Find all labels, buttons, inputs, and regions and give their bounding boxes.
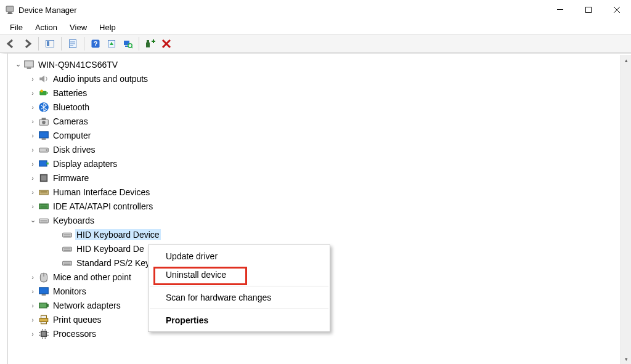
menu-file[interactable]: File (4, 22, 29, 33)
tree-item-label: Audio inputs and outputs (52, 73, 149, 84)
tree-item-label: Human Interface Devices (52, 187, 151, 198)
toolbar-update-driver-button[interactable] (104, 36, 119, 51)
tree-item-disk[interactable]: › Disk drives (11, 142, 631, 156)
tree-item-label: Monitors (52, 286, 88, 297)
keyboard-icon (62, 257, 73, 269)
tree-item-batteries[interactable]: › Batteries (11, 86, 631, 100)
toolbar-separator (38, 37, 39, 51)
tree-item-label: IDE ATA/ATAPI controllers (52, 201, 154, 212)
bluetooth-icon (38, 102, 49, 113)
close-button[interactable] (603, 0, 631, 20)
tree-item-ide[interactable]: › IDE ATA/ATAPI controllers (11, 199, 631, 213)
menubar: File Action View Help (0, 20, 631, 34)
maximize-button[interactable] (574, 0, 603, 20)
svg-rect-1 (8, 12, 12, 14)
titlebar: Device Manager (0, 0, 631, 20)
chevron-right-icon[interactable]: › (28, 315, 37, 324)
svg-rect-17 (27, 67, 31, 68)
tree-item-computer[interactable]: › Computer (11, 128, 631, 142)
tree-item-keyboards[interactable]: ⌄ Keyboards (11, 213, 631, 227)
ctx-properties[interactable]: Properties (149, 311, 330, 330)
menu-help[interactable]: Help (93, 22, 122, 33)
chevron-right-icon[interactable]: › (28, 89, 37, 97)
tree-item-label: HID Keyboard De (75, 243, 145, 254)
chevron-right-icon[interactable]: › (28, 103, 37, 111)
svg-rect-42 (47, 304, 49, 307)
chevron-right-icon[interactable]: › (28, 273, 37, 281)
menu-view[interactable]: View (63, 22, 93, 33)
toolbar-tree-toggle-button[interactable] (43, 36, 57, 51)
tree-item-firmware[interactable]: › Firmware (11, 171, 631, 185)
monitor-icon (38, 130, 49, 141)
toolbar: ? (0, 34, 631, 53)
toolbar-add-legacy-button[interactable] (143, 36, 158, 51)
keyboard-icon (38, 215, 49, 226)
tree-item-label: Firmware (52, 172, 90, 184)
tree-item-display[interactable]: › Display adapters (11, 156, 631, 171)
chevron-down-icon[interactable]: ⌄ (14, 60, 22, 69)
tree-item-label: HID Keyboard Device (75, 229, 161, 240)
svg-rect-45 (41, 322, 47, 323)
camera-icon (38, 116, 49, 127)
toolbar-forward-button[interactable] (20, 36, 35, 51)
svg-point-20 (40, 89, 43, 92)
svg-rect-47 (42, 331, 46, 336)
chevron-right-icon[interactable]: › (28, 75, 37, 83)
tree-item-label: Print queues (52, 314, 103, 325)
tree-item-label: Computer (52, 130, 92, 141)
ctx-update-driver[interactable]: Update driver (149, 247, 330, 265)
toolbar-scan-button[interactable] (120, 36, 135, 51)
svg-rect-41 (39, 303, 47, 308)
printer-icon (38, 314, 49, 325)
chevron-right-icon[interactable]: › (28, 131, 37, 140)
ctx-scan-hardware[interactable]: Scan for hardware changes (149, 288, 330, 307)
svg-rect-19 (47, 92, 48, 93)
battery-icon (38, 87, 49, 99)
tree-item-hid[interactable]: › Human Interface Devices (11, 185, 631, 199)
monitor-icon (38, 286, 49, 297)
chevron-down-icon[interactable]: ⌄ (28, 216, 37, 225)
chevron-right-icon[interactable]: › (28, 202, 37, 211)
toolbar-uninstall-button[interactable] (159, 36, 174, 51)
toolbar-back-button[interactable] (4, 36, 18, 51)
ide-icon (38, 201, 49, 212)
ctx-separator (150, 309, 328, 309)
tree-root[interactable]: ⌄ WIN-Q9N41CS66TV (11, 57, 631, 71)
toolbar-separator (84, 37, 84, 51)
ctx-uninstall-device[interactable]: Uninstall device (149, 265, 330, 284)
scroll-up-button[interactable]: ▴ (621, 55, 631, 65)
toolbar-help-button[interactable]: ? (88, 36, 103, 51)
chevron-right-icon[interactable]: › (28, 117, 37, 126)
scroll-down-button[interactable]: ▾ (621, 354, 631, 364)
tree-item-keyboard-device[interactable]: · HID Keyboard Device (11, 227, 631, 241)
minimize-button[interactable] (546, 0, 574, 20)
chevron-right-icon[interactable]: › (28, 188, 37, 196)
tree-item-label: Mice and other point (52, 272, 132, 283)
tree-item-label: Processors (52, 328, 97, 339)
tree-item-bluetooth[interactable]: › Bluetooth (11, 100, 631, 114)
svg-rect-30 (47, 162, 49, 164)
svg-rect-2 (7, 14, 13, 14)
chevron-right-icon[interactable]: › (28, 174, 37, 182)
computer-icon (23, 59, 35, 70)
vertical-scrollbar[interactable]: ▴ ▾ (621, 55, 631, 364)
tree-item-audio[interactable]: › Audio inputs and outputs (11, 71, 631, 86)
chevron-right-icon[interactable]: › (28, 330, 37, 338)
tree-item-cameras[interactable]: › Cameras (11, 114, 631, 128)
disk-icon (38, 144, 49, 155)
splitter[interactable] (7, 54, 8, 364)
svg-rect-14 (146, 42, 150, 47)
svg-text:?: ? (94, 40, 98, 47)
chevron-right-icon[interactable]: › (28, 301, 37, 310)
svg-rect-24 (42, 118, 46, 119)
chevron-right-icon[interactable]: › (28, 145, 37, 154)
svg-rect-44 (41, 315, 47, 318)
network-adapter-icon (38, 300, 49, 311)
svg-rect-26 (42, 138, 46, 139)
chevron-right-icon[interactable]: › (28, 160, 37, 168)
chevron-right-icon[interactable]: › (28, 287, 37, 296)
toolbar-properties-button[interactable] (65, 36, 80, 51)
svg-rect-29 (39, 160, 47, 166)
tree-item-label: Standard PS/2 Key (75, 257, 151, 269)
menu-action[interactable]: Action (29, 22, 63, 33)
